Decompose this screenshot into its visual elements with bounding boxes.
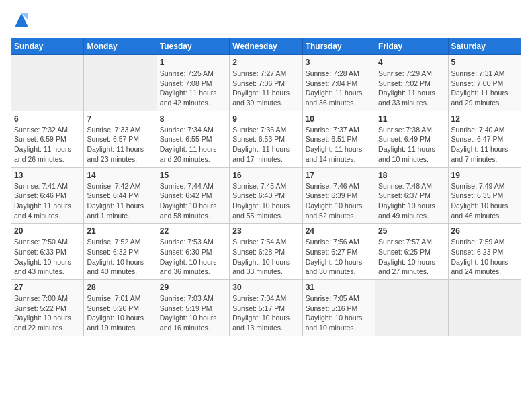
- calendar-cell: 20Sunrise: 7:50 AMSunset: 6:33 PMDayligh…: [11, 224, 84, 280]
- day-info: Sunrise: 7:00 AMSunset: 5:22 PMDaylight:…: [14, 293, 81, 333]
- day-info: Sunrise: 7:53 AMSunset: 6:30 PMDaylight:…: [160, 237, 226, 277]
- day-info: Sunrise: 7:34 AMSunset: 6:55 PMDaylight:…: [160, 125, 226, 165]
- day-number: 8: [160, 114, 226, 124]
- calendar-cell: [11, 55, 84, 111]
- weekday-wednesday: Wednesday: [230, 38, 302, 55]
- calendar-cell: [448, 280, 521, 336]
- calendar-cell: 26Sunrise: 7:59 AMSunset: 6:23 PMDayligh…: [448, 224, 521, 280]
- day-number: 21: [87, 226, 153, 236]
- calendar-cell: 8Sunrise: 7:34 AMSunset: 6:55 PMDaylight…: [157, 111, 229, 167]
- calendar-cell: 17Sunrise: 7:46 AMSunset: 6:39 PMDayligh…: [302, 167, 375, 224]
- calendar-week-1: 1Sunrise: 7:25 AMSunset: 7:08 PMDaylight…: [11, 55, 521, 111]
- day-info: Sunrise: 7:38 AMSunset: 6:49 PMDaylight:…: [378, 125, 445, 165]
- day-number: 28: [87, 283, 153, 292]
- day-number: 25: [378, 226, 445, 236]
- day-number: 27: [14, 283, 81, 292]
- calendar-week-3: 13Sunrise: 7:41 AMSunset: 6:46 PMDayligh…: [11, 167, 521, 224]
- day-number: 16: [232, 171, 299, 180]
- calendar-cell: 28Sunrise: 7:01 AMSunset: 5:20 PMDayligh…: [84, 280, 157, 336]
- calendar-cell: 3Sunrise: 7:28 AMSunset: 7:04 PMDaylight…: [302, 55, 375, 111]
- day-info: Sunrise: 7:46 AMSunset: 6:39 PMDaylight:…: [306, 181, 372, 221]
- calendar-cell: 9Sunrise: 7:36 AMSunset: 6:53 PMDaylight…: [230, 111, 302, 167]
- day-number: 22: [160, 226, 226, 236]
- day-info: Sunrise: 7:41 AMSunset: 6:46 PMDaylight:…: [14, 181, 81, 221]
- day-info: Sunrise: 7:03 AMSunset: 5:19 PMDaylight:…: [160, 293, 226, 333]
- calendar-cell: 21Sunrise: 7:52 AMSunset: 6:32 PMDayligh…: [84, 224, 157, 280]
- day-number: 24: [306, 226, 372, 236]
- day-number: 26: [451, 226, 518, 236]
- day-info: Sunrise: 7:54 AMSunset: 6:28 PMDaylight:…: [232, 237, 299, 277]
- day-info: Sunrise: 7:50 AMSunset: 6:33 PMDaylight:…: [14, 237, 81, 277]
- calendar-cell: 31Sunrise: 7:05 AMSunset: 5:16 PMDayligh…: [302, 280, 375, 336]
- day-number: 12: [451, 114, 518, 124]
- calendar-cell: [375, 280, 448, 336]
- calendar-week-5: 27Sunrise: 7:00 AMSunset: 5:22 PMDayligh…: [11, 280, 521, 336]
- calendar-cell: 22Sunrise: 7:53 AMSunset: 6:30 PMDayligh…: [157, 224, 229, 280]
- day-number: 5: [451, 58, 518, 67]
- day-info: Sunrise: 7:56 AMSunset: 6:27 PMDaylight:…: [306, 237, 372, 277]
- day-info: Sunrise: 7:27 AMSunset: 7:06 PMDaylight:…: [232, 68, 299, 108]
- calendar-cell: 7Sunrise: 7:33 AMSunset: 6:57 PMDaylight…: [84, 111, 157, 167]
- weekday-sunday: Sunday: [11, 38, 84, 55]
- weekday-saturday: Saturday: [448, 38, 521, 55]
- weekday-tuesday: Tuesday: [157, 38, 229, 55]
- calendar-cell: [84, 55, 157, 111]
- day-info: Sunrise: 7:32 AMSunset: 6:59 PMDaylight:…: [14, 125, 81, 165]
- day-info: Sunrise: 7:04 AMSunset: 5:17 PMDaylight:…: [232, 293, 299, 333]
- day-info: Sunrise: 7:42 AMSunset: 6:44 PMDaylight:…: [87, 181, 153, 221]
- weekday-monday: Monday: [84, 38, 157, 55]
- day-number: 13: [14, 171, 81, 180]
- day-info: Sunrise: 7:25 AMSunset: 7:08 PMDaylight:…: [160, 68, 226, 108]
- calendar-cell: 30Sunrise: 7:04 AMSunset: 5:17 PMDayligh…: [230, 280, 302, 336]
- calendar-table: SundayMondayTuesdayWednesdayThursdayFrid…: [11, 38, 521, 336]
- day-number: 7: [87, 114, 153, 124]
- calendar-cell: 2Sunrise: 7:27 AMSunset: 7:06 PMDaylight…: [230, 55, 302, 111]
- day-info: Sunrise: 7:45 AMSunset: 6:40 PMDaylight:…: [232, 181, 299, 221]
- day-info: Sunrise: 7:36 AMSunset: 6:53 PMDaylight:…: [232, 125, 299, 165]
- day-number: 18: [378, 171, 445, 180]
- calendar-cell: 27Sunrise: 7:00 AMSunset: 5:22 PMDayligh…: [11, 280, 84, 336]
- day-info: Sunrise: 7:05 AMSunset: 5:16 PMDaylight:…: [306, 293, 372, 333]
- day-number: 11: [378, 114, 445, 124]
- day-number: 9: [232, 114, 299, 124]
- calendar-cell: 6Sunrise: 7:32 AMSunset: 6:59 PMDaylight…: [11, 111, 84, 167]
- weekday-thursday: Thursday: [302, 38, 375, 55]
- calendar-cell: 16Sunrise: 7:45 AMSunset: 6:40 PMDayligh…: [230, 167, 302, 224]
- day-number: 29: [160, 283, 226, 292]
- calendar-cell: 19Sunrise: 7:49 AMSunset: 6:35 PMDayligh…: [448, 167, 521, 224]
- day-info: Sunrise: 7:57 AMSunset: 6:25 PMDaylight:…: [378, 237, 445, 277]
- day-number: 1: [160, 58, 226, 67]
- day-info: Sunrise: 7:31 AMSunset: 7:00 PMDaylight:…: [451, 68, 518, 108]
- calendar-cell: 14Sunrise: 7:42 AMSunset: 6:44 PMDayligh…: [84, 167, 157, 224]
- day-number: 30: [232, 283, 299, 292]
- day-number: 19: [451, 171, 518, 180]
- day-info: Sunrise: 7:49 AMSunset: 6:35 PMDaylight:…: [451, 181, 518, 221]
- calendar-week-2: 6Sunrise: 7:32 AMSunset: 6:59 PMDaylight…: [11, 111, 521, 167]
- calendar-cell: 23Sunrise: 7:54 AMSunset: 6:28 PMDayligh…: [230, 224, 302, 280]
- calendar-cell: 15Sunrise: 7:44 AMSunset: 6:42 PMDayligh…: [157, 167, 229, 224]
- calendar-week-4: 20Sunrise: 7:50 AMSunset: 6:33 PMDayligh…: [11, 224, 521, 280]
- calendar-cell: 12Sunrise: 7:40 AMSunset: 6:47 PMDayligh…: [448, 111, 521, 167]
- day-info: Sunrise: 7:29 AMSunset: 7:02 PMDaylight:…: [378, 68, 445, 108]
- calendar-cell: 24Sunrise: 7:56 AMSunset: 6:27 PMDayligh…: [302, 224, 375, 280]
- day-number: 20: [14, 226, 81, 236]
- day-info: Sunrise: 7:01 AMSunset: 5:20 PMDaylight:…: [87, 293, 153, 333]
- day-info: Sunrise: 7:28 AMSunset: 7:04 PMDaylight:…: [306, 68, 372, 108]
- day-number: 23: [232, 226, 299, 236]
- day-number: 2: [232, 58, 299, 67]
- calendar-cell: 11Sunrise: 7:38 AMSunset: 6:49 PMDayligh…: [375, 111, 448, 167]
- day-info: Sunrise: 7:59 AMSunset: 6:23 PMDaylight:…: [451, 237, 518, 277]
- day-number: 4: [378, 58, 445, 67]
- calendar-cell: 25Sunrise: 7:57 AMSunset: 6:25 PMDayligh…: [375, 224, 448, 280]
- calendar-cell: 5Sunrise: 7:31 AMSunset: 7:00 PMDaylight…: [448, 55, 521, 111]
- calendar-cell: 18Sunrise: 7:48 AMSunset: 6:37 PMDayligh…: [375, 167, 448, 224]
- day-number: 15: [160, 171, 226, 180]
- weekday-friday: Friday: [375, 38, 448, 55]
- calendar-cell: 10Sunrise: 7:37 AMSunset: 6:51 PMDayligh…: [302, 111, 375, 167]
- calendar-cell: 29Sunrise: 7:03 AMSunset: 5:19 PMDayligh…: [157, 280, 229, 336]
- day-number: 3: [306, 58, 372, 67]
- day-number: 17: [306, 171, 372, 180]
- page-header: [11, 11, 521, 30]
- day-info: Sunrise: 7:40 AMSunset: 6:47 PMDaylight:…: [451, 125, 518, 165]
- day-info: Sunrise: 7:52 AMSunset: 6:32 PMDaylight:…: [87, 237, 153, 277]
